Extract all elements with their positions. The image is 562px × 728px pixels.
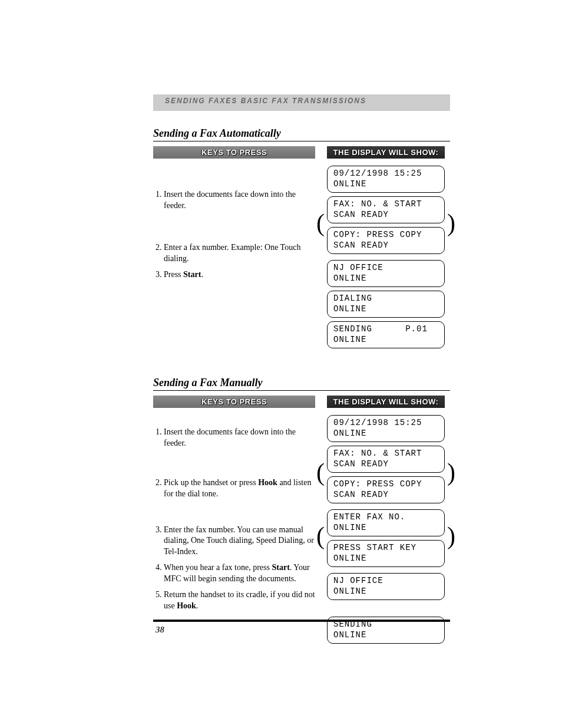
manual-step-1: Insert the documents face down into the …: [164, 427, 315, 449]
keys-column: KEYS TO PRESS Insert the documents face …: [153, 146, 315, 352]
section-title-auto: Sending a Fax Automatically: [153, 127, 450, 141]
auto-steps: Insert the documents face down into the …: [153, 189, 315, 280]
manual-steps: Insert the documents face down into the …: [153, 427, 315, 612]
lcd-copy-ready: COPY: PRESS COPY SCAN READY: [327, 227, 445, 254]
section-title-manual: Sending a Fax Manually: [153, 377, 450, 391]
brace-left-icon: (: [316, 460, 325, 485]
manual-step-2: Pick up the handset or press Hook and li…: [164, 477, 315, 500]
auto-step-2: Enter a fax number. Example: One Touch d…: [164, 242, 315, 265]
auto-step-3: Press Start.: [164, 269, 315, 281]
lcd-press-start: PRESS START KEY ONLINE: [327, 540, 445, 567]
lcd-idle: 09/12/1998 15:25 ONLINE: [327, 415, 445, 442]
display-header: THE DISPLAY WILL SHOW:: [327, 396, 445, 408]
lcd-copy-ready: COPY: PRESS COPY SCAN READY: [327, 476, 445, 503]
lcd-sending: SENDING P.01 ONLINE: [327, 321, 445, 348]
page: SENDING FAXES BASIC FAX TRANSMISSIONS Se…: [0, 0, 562, 728]
lcd-dest: NJ OFFICE ONLINE: [327, 573, 445, 600]
lcd-fax-ready: FAX: NO. & START SCAN READY: [327, 196, 445, 223]
lcd-idle: 09/12/1998 15:25 ONLINE: [327, 166, 445, 193]
auto-step-1: Insert the documents face down into the …: [164, 189, 315, 212]
section-auto: Sending a Fax Automatically KEYS TO PRES…: [153, 127, 450, 352]
display-column: THE DISPLAY WILL SHOW: 09/12/1998 15:25 …: [327, 146, 445, 352]
brace-right-icon: ): [447, 210, 455, 235]
display-column: THE DISPLAY WILL SHOW: 09/12/1998 15:25 …: [327, 396, 445, 647]
lcd-ready-group: ( ) FAX: NO. & START SCAN READY COPY: PR…: [327, 446, 445, 503]
display-header: THE DISPLAY WILL SHOW:: [327, 146, 445, 159]
page-number: 38: [156, 625, 164, 635]
brace-left-icon: (: [316, 210, 325, 235]
lcd-prompt-group: ( ) ENTER FAX NO. ONLINE PRESS START KEY…: [327, 509, 445, 567]
lcd-dialing: DIALING ONLINE: [327, 291, 445, 318]
keys-header: KEYS TO PRESS: [153, 146, 315, 159]
manual-step-5: Return the handset to its cradle, if you…: [164, 589, 315, 612]
manual-step-4: When you hear a fax tone, press Start. Y…: [164, 562, 315, 585]
manual-step-3: Enter the fax number. You can use manual…: [164, 525, 315, 558]
lcd-dest: NJ OFFICE ONLINE: [327, 260, 445, 287]
lcd-ready-group: ( ) FAX: NO. & START SCAN READY COPY: PR…: [327, 196, 445, 254]
footer-rule: [153, 620, 450, 622]
lcd-enter-no: ENTER FAX NO. ONLINE: [327, 509, 445, 536]
keys-header: KEYS TO PRESS: [153, 396, 315, 408]
brace-right-icon: ): [447, 523, 455, 548]
brace-right-icon: ): [447, 460, 455, 485]
lcd-fax-ready: FAX: NO. & START SCAN READY: [327, 446, 445, 473]
section-manual: Sending a Fax Manually KEYS TO PRESS Ins…: [153, 377, 450, 647]
brace-left-icon: (: [316, 523, 325, 548]
keys-column: KEYS TO PRESS Insert the documents face …: [153, 396, 315, 647]
running-header: SENDING FAXES BASIC FAX TRANSMISSIONS: [153, 94, 450, 111]
